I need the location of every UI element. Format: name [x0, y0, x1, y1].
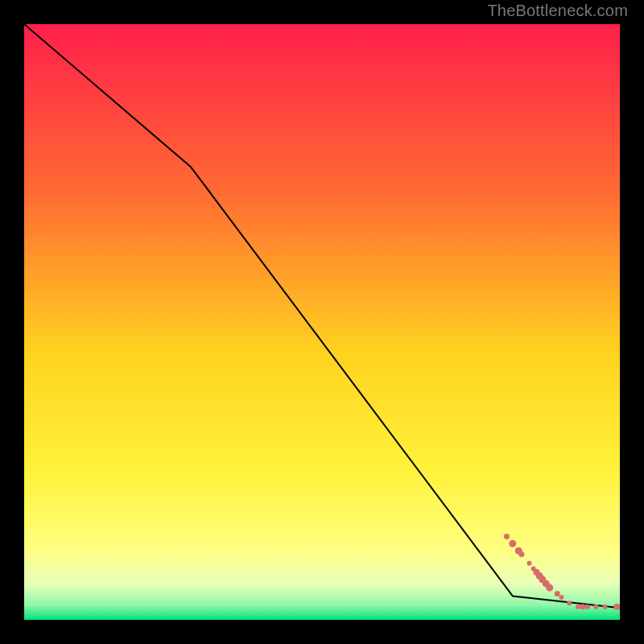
marker-point	[546, 584, 553, 592]
chart-stage: TheBottleneck.com	[0, 0, 644, 644]
marker-point	[567, 601, 572, 605]
plot-area	[24, 24, 620, 620]
gradient-background	[24, 24, 620, 620]
marker-point	[593, 605, 598, 609]
marker-point	[527, 561, 532, 566]
marker-point	[518, 551, 524, 557]
marker-point	[580, 604, 586, 609]
marker-point	[613, 604, 620, 610]
marker-point	[585, 605, 590, 609]
marker-point	[504, 534, 510, 539]
marker-point	[603, 605, 608, 609]
marker-point	[576, 605, 580, 609]
marker-point	[555, 591, 560, 597]
marker-point	[559, 595, 564, 600]
marker-point	[509, 540, 516, 547]
chart-svg	[24, 24, 620, 620]
watermark-text: TheBottleneck.com	[487, 2, 628, 20]
